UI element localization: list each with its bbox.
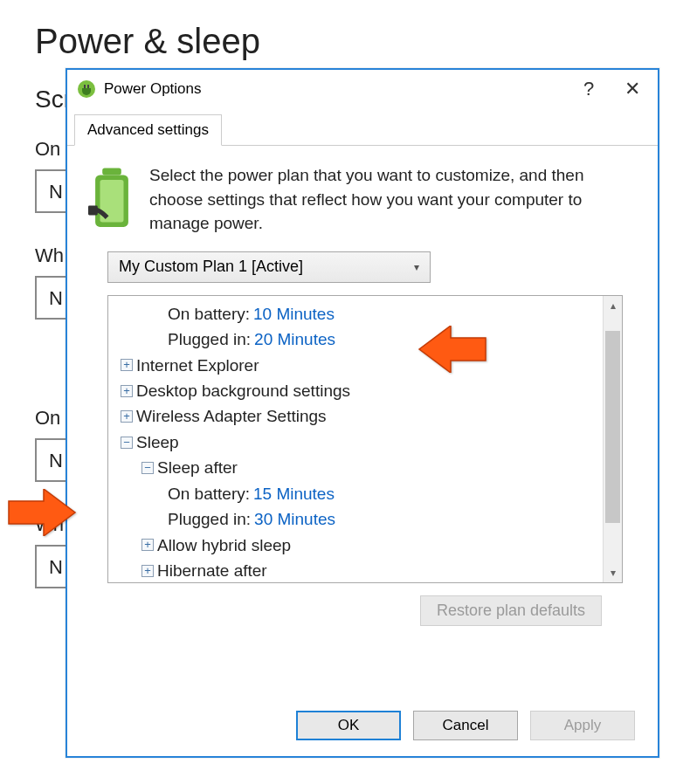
dialog-description: Select the power plan that you want to c… (149, 163, 637, 236)
tab-advanced-settings[interactable]: Advanced settings (74, 114, 222, 146)
power-plan-select[interactable]: My Custom Plan 1 [Active] ▾ (107, 251, 431, 283)
power-plug-icon (76, 79, 97, 100)
dialog-body: Select the power plan that you want to c… (67, 146, 658, 601)
restore-plan-defaults-button[interactable]: Restore plan defaults (420, 595, 602, 626)
tree-hibernate-after[interactable]: + Hibernate after (108, 558, 622, 583)
selected-plan-label: My Custom Plan 1 [Active] (119, 258, 303, 276)
svg-rect-3 (102, 168, 121, 175)
tree-on-battery-2[interactable]: On battery: 15 Minutes (108, 481, 622, 506)
tree-wireless-adapter[interactable]: + Wireless Adapter Settings (108, 403, 622, 429)
tree-desktop-background[interactable]: + Desktop background settings (108, 378, 622, 403)
tree-sleep[interactable]: − Sleep (108, 430, 622, 455)
scroll-down-icon[interactable]: ▾ (604, 563, 622, 582)
expand-icon[interactable]: + (121, 359, 133, 371)
page-title: Power & sleep (35, 22, 646, 61)
ok-button[interactable]: OK (296, 711, 401, 740)
battery-icon (88, 163, 135, 224)
dialog-title: Power Options (104, 80, 567, 98)
tree-plugged-in-2[interactable]: Plugged in: 30 Minutes (108, 506, 622, 532)
expand-icon[interactable]: + (141, 539, 154, 551)
collapse-icon[interactable]: − (141, 462, 154, 474)
scroll-thumb[interactable] (605, 331, 620, 523)
settings-tree[interactable]: On battery: 10 Minutes Plugged in: 20 Mi… (107, 295, 623, 583)
apply-button[interactable]: Apply (530, 711, 635, 740)
cancel-button[interactable]: Cancel (413, 711, 518, 740)
tree-on-battery-1[interactable]: On battery: 10 Minutes (108, 301, 622, 327)
tree-sleep-after[interactable]: − Sleep after (108, 455, 622, 480)
expand-icon[interactable]: + (121, 410, 133, 423)
tree-plugged-in-1[interactable]: Plugged in: 20 Minutes (108, 327, 622, 352)
power-options-dialog: Power Options ? ✕ Advanced settings Sele… (66, 68, 659, 758)
help-button[interactable]: ? (567, 70, 611, 108)
collapse-icon[interactable]: − (121, 437, 133, 449)
svg-rect-1 (84, 85, 86, 88)
expand-icon[interactable]: + (121, 385, 133, 397)
close-button[interactable]: ✕ (611, 70, 654, 108)
tree-internet-explorer[interactable]: + Internet Explorer (108, 353, 622, 378)
tree-allow-hybrid-sleep[interactable]: + Allow hybrid sleep (108, 533, 622, 558)
tree-scrollbar[interactable]: ▴ ▾ (603, 296, 622, 582)
expand-icon[interactable]: + (141, 565, 154, 577)
dialog-button-row: OK Cancel Apply (296, 711, 635, 740)
svg-rect-2 (87, 85, 89, 88)
tab-strip: Advanced settings (67, 108, 658, 146)
scroll-up-icon[interactable]: ▴ (604, 296, 622, 315)
svg-rect-6 (88, 206, 98, 216)
chevron-down-icon: ▾ (414, 261, 419, 273)
titlebar[interactable]: Power Options ? ✕ (67, 70, 658, 108)
